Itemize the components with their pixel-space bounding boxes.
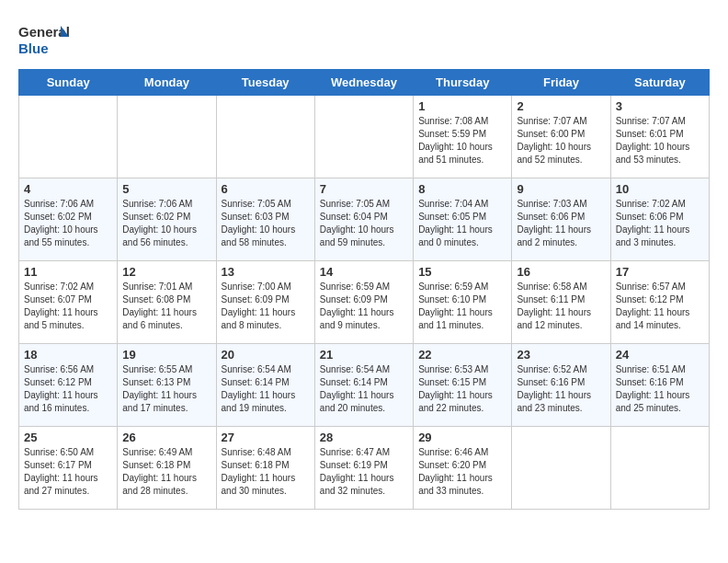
calendar-header-row: SundayMondayTuesdayWednesdayThursdayFrid… <box>19 70 710 96</box>
calendar-cell: 16Sunrise: 6:58 AM Sunset: 6:11 PM Dayli… <box>512 261 610 344</box>
calendar-cell <box>216 96 314 178</box>
calendar-week-row: 11Sunrise: 7:02 AM Sunset: 6:07 PM Dayli… <box>19 261 710 344</box>
calendar-cell: 26Sunrise: 6:49 AM Sunset: 6:18 PM Dayli… <box>118 427 216 510</box>
day-info: Sunrise: 7:01 AM Sunset: 6:08 PM Dayligh… <box>122 281 210 332</box>
calendar-cell: 27Sunrise: 6:48 AM Sunset: 6:18 PM Dayli… <box>216 427 314 510</box>
calendar-cell: 29Sunrise: 6:46 AM Sunset: 6:20 PM Dayli… <box>414 427 512 510</box>
logo-svg: GeneralBlue <box>18 18 69 60</box>
day-info: Sunrise: 6:53 AM Sunset: 6:15 PM Dayligh… <box>418 363 506 415</box>
day-info: Sunrise: 6:54 AM Sunset: 6:14 PM Dayligh… <box>320 363 408 415</box>
calendar-cell: 22Sunrise: 6:53 AM Sunset: 6:15 PM Dayli… <box>414 344 512 427</box>
calendar-cell: 2Sunrise: 7:07 AM Sunset: 6:00 PM Daylig… <box>512 96 610 178</box>
calendar-cell: 8Sunrise: 7:04 AM Sunset: 6:05 PM Daylig… <box>414 178 512 261</box>
calendar-cell: 9Sunrise: 7:03 AM Sunset: 6:06 PM Daylig… <box>512 178 610 261</box>
calendar-cell: 12Sunrise: 7:01 AM Sunset: 6:08 PM Dayli… <box>118 261 216 344</box>
day-number: 1 <box>418 99 506 113</box>
day-number: 17 <box>616 265 704 279</box>
calendar-cell: 6Sunrise: 7:05 AM Sunset: 6:03 PM Daylig… <box>216 178 314 261</box>
header-thursday: Thursday <box>414 70 512 96</box>
day-info: Sunrise: 6:56 AM Sunset: 6:12 PM Dayligh… <box>24 363 112 415</box>
day-info: Sunrise: 7:07 AM Sunset: 6:01 PM Dayligh… <box>616 115 704 167</box>
day-number: 10 <box>616 182 704 196</box>
calendar-cell: 14Sunrise: 6:59 AM Sunset: 6:09 PM Dayli… <box>314 261 413 344</box>
day-number: 22 <box>418 348 506 362</box>
header-tuesday: Tuesday <box>216 70 314 96</box>
day-number: 5 <box>122 182 210 196</box>
calendar-cell: 17Sunrise: 6:57 AM Sunset: 6:12 PM Dayli… <box>610 261 709 344</box>
calendar-cell: 7Sunrise: 7:05 AM Sunset: 6:04 PM Daylig… <box>314 178 413 261</box>
day-number: 12 <box>122 265 210 279</box>
calendar-cell: 10Sunrise: 7:02 AM Sunset: 6:06 PM Dayli… <box>610 178 709 261</box>
day-number: 26 <box>122 431 210 444</box>
header-saturday: Saturday <box>610 70 709 96</box>
day-number: 25 <box>24 431 112 444</box>
day-info: Sunrise: 6:55 AM Sunset: 6:13 PM Dayligh… <box>122 363 210 415</box>
calendar-cell: 18Sunrise: 6:56 AM Sunset: 6:12 PM Dayli… <box>19 344 118 427</box>
day-info: Sunrise: 7:05 AM Sunset: 6:04 PM Dayligh… <box>320 198 408 249</box>
day-number: 7 <box>320 182 408 196</box>
day-info: Sunrise: 6:48 AM Sunset: 6:18 PM Dayligh… <box>222 446 310 498</box>
day-number: 21 <box>320 348 408 362</box>
day-number: 14 <box>320 265 408 279</box>
day-number: 15 <box>418 265 506 279</box>
day-info: Sunrise: 6:59 AM Sunset: 6:09 PM Dayligh… <box>320 281 408 332</box>
calendar-cell: 24Sunrise: 6:51 AM Sunset: 6:16 PM Dayli… <box>610 344 709 427</box>
day-info: Sunrise: 7:05 AM Sunset: 6:03 PM Dayligh… <box>222 198 310 249</box>
day-info: Sunrise: 6:52 AM Sunset: 6:16 PM Dayligh… <box>517 363 605 415</box>
header-monday: Monday <box>118 70 216 96</box>
day-info: Sunrise: 7:08 AM Sunset: 5:59 PM Dayligh… <box>418 115 506 167</box>
calendar-cell: 4Sunrise: 7:06 AM Sunset: 6:02 PM Daylig… <box>19 178 118 261</box>
day-info: Sunrise: 6:49 AM Sunset: 6:18 PM Dayligh… <box>122 446 210 498</box>
calendar-cell: 21Sunrise: 6:54 AM Sunset: 6:14 PM Dayli… <box>314 344 413 427</box>
day-number: 11 <box>24 265 112 279</box>
day-number: 9 <box>517 182 605 196</box>
day-info: Sunrise: 7:03 AM Sunset: 6:06 PM Dayligh… <box>517 198 605 249</box>
svg-text:Blue: Blue <box>18 40 49 56</box>
calendar-cell <box>610 427 709 510</box>
day-info: Sunrise: 6:54 AM Sunset: 6:14 PM Dayligh… <box>222 363 310 415</box>
day-number: 19 <box>122 348 210 362</box>
calendar-table: SundayMondayTuesdayWednesdayThursdayFrid… <box>18 69 710 510</box>
calendar-cell: 19Sunrise: 6:55 AM Sunset: 6:13 PM Dayli… <box>118 344 216 427</box>
day-info: Sunrise: 6:57 AM Sunset: 6:12 PM Dayligh… <box>616 281 704 332</box>
day-number: 6 <box>222 182 310 196</box>
calendar-cell: 23Sunrise: 6:52 AM Sunset: 6:16 PM Dayli… <box>512 344 610 427</box>
day-info: Sunrise: 6:46 AM Sunset: 6:20 PM Dayligh… <box>418 446 506 498</box>
day-info: Sunrise: 6:58 AM Sunset: 6:11 PM Dayligh… <box>517 281 605 332</box>
day-number: 2 <box>517 99 605 113</box>
day-number: 23 <box>517 348 605 362</box>
day-info: Sunrise: 6:47 AM Sunset: 6:19 PM Dayligh… <box>320 446 408 498</box>
day-info: Sunrise: 7:02 AM Sunset: 6:06 PM Dayligh… <box>616 198 704 249</box>
day-info: Sunrise: 7:04 AM Sunset: 6:05 PM Dayligh… <box>418 198 506 249</box>
header-friday: Friday <box>512 70 610 96</box>
day-number: 29 <box>418 431 506 444</box>
day-info: Sunrise: 7:06 AM Sunset: 6:02 PM Dayligh… <box>122 198 210 249</box>
calendar-cell: 5Sunrise: 7:06 AM Sunset: 6:02 PM Daylig… <box>118 178 216 261</box>
day-info: Sunrise: 6:51 AM Sunset: 6:16 PM Dayligh… <box>616 363 704 415</box>
day-number: 18 <box>24 348 112 362</box>
calendar-week-row: 4Sunrise: 7:06 AM Sunset: 6:02 PM Daylig… <box>19 178 710 261</box>
day-info: Sunrise: 7:06 AM Sunset: 6:02 PM Dayligh… <box>24 198 112 249</box>
day-number: 27 <box>222 431 310 444</box>
calendar-cell: 11Sunrise: 7:02 AM Sunset: 6:07 PM Dayli… <box>19 261 118 344</box>
header-sunday: Sunday <box>19 70 118 96</box>
calendar-cell <box>19 96 118 178</box>
day-number: 4 <box>24 182 112 196</box>
logo: GeneralBlue <box>18 18 69 60</box>
calendar-cell: 3Sunrise: 7:07 AM Sunset: 6:01 PM Daylig… <box>610 96 709 178</box>
calendar-cell: 25Sunrise: 6:50 AM Sunset: 6:17 PM Dayli… <box>19 427 118 510</box>
day-number: 28 <box>320 431 408 444</box>
day-number: 8 <box>418 182 506 196</box>
calendar-cell: 1Sunrise: 7:08 AM Sunset: 5:59 PM Daylig… <box>414 96 512 178</box>
day-info: Sunrise: 7:00 AM Sunset: 6:09 PM Dayligh… <box>222 281 310 332</box>
header-wednesday: Wednesday <box>314 70 413 96</box>
day-info: Sunrise: 7:02 AM Sunset: 6:07 PM Dayligh… <box>24 281 112 332</box>
day-number: 3 <box>616 99 704 113</box>
day-number: 24 <box>616 348 704 362</box>
day-info: Sunrise: 6:50 AM Sunset: 6:17 PM Dayligh… <box>24 446 112 498</box>
calendar-cell <box>118 96 216 178</box>
calendar-week-row: 25Sunrise: 6:50 AM Sunset: 6:17 PM Dayli… <box>19 427 710 510</box>
header: GeneralBlue <box>18 18 710 60</box>
calendar-cell: 20Sunrise: 6:54 AM Sunset: 6:14 PM Dayli… <box>216 344 314 427</box>
day-number: 20 <box>222 348 310 362</box>
